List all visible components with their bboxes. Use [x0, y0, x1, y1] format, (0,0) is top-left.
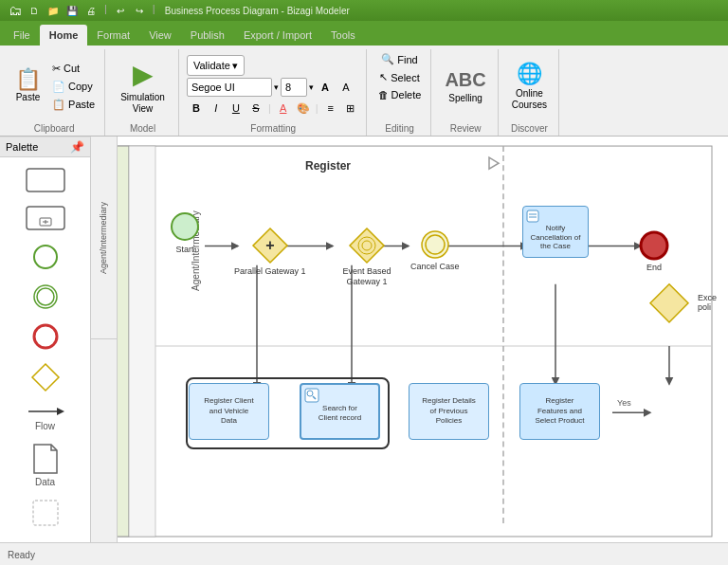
clipboard-group: 📋 Paste ✂ Cut 📄 Copy 📋 Paste Clipboard — [4, 49, 105, 136]
font-shrink-button[interactable]: A — [337, 78, 355, 97]
undo-icon[interactable]: ↩ — [113, 3, 128, 18]
parallel-gateway-label: Parallel Gateway 1 — [234, 266, 306, 277]
font-color-button[interactable]: A — [274, 99, 293, 118]
tab-format[interactable]: Format — [87, 25, 139, 46]
size-dropdown-icon[interactable]: ▾ — [309, 82, 314, 92]
main-area: Palette 📌 — [0, 137, 728, 542]
register-features-node[interactable]: RegisterFeatures andSelect Product — [519, 383, 600, 440]
simulation-label: SimulationView — [120, 92, 165, 115]
paste-special-button[interactable]: 📋 Paste — [48, 97, 99, 113]
palette-panel: Palette 📌 — [0, 137, 91, 542]
tab-tools[interactable]: Tools — [321, 25, 365, 46]
event-based-gateway-node[interactable]: Event Based Gateway 1 — [329, 227, 405, 287]
start-event-node[interactable]: Start — [169, 210, 201, 255]
data-shape — [32, 443, 59, 475]
search-client-node[interactable]: Search forClient record — [300, 383, 380, 440]
cancel-case-label: Cancel Case — [410, 262, 460, 272]
end-event-shape — [31, 322, 60, 351]
notify-cancel-text: NotifyCancellation ofthe Case — [527, 224, 584, 251]
bold-button[interactable]: B — [187, 99, 206, 118]
svg-text:Exce: Exce — [698, 293, 717, 302]
underline-button[interactable]: U — [227, 99, 246, 118]
review-label: Review — [439, 121, 491, 136]
copy-button[interactable]: 📄 Copy — [48, 79, 99, 95]
font-dropdown-icon[interactable]: ▾ — [274, 82, 279, 92]
spelling-button[interactable]: ABC Spelling — [439, 66, 491, 107]
palette-item-intermediate[interactable] — [8, 279, 83, 315]
validate-dropdown-icon[interactable]: ▾ — [232, 60, 238, 72]
save-icon[interactable]: 💾 — [64, 3, 80, 18]
validate-button[interactable]: Validate ▾ — [187, 55, 245, 76]
find-button[interactable]: 🔍 Find — [377, 51, 421, 67]
ribbon-tabs: File Home Format View Publish Export / I… — [0, 21, 728, 46]
title-bar-icons: 🗂 🗋 📁 💾 🖨 | ↩ ↪ | — [8, 3, 157, 18]
palette-item-end-event[interactable] — [8, 319, 83, 355]
palette-item-gateway[interactable] — [8, 358, 83, 396]
print-icon[interactable]: 🖨 — [83, 3, 99, 18]
font-size-input[interactable] — [281, 78, 307, 97]
register-details-node[interactable]: Register Detailsof PreviousPolicies — [409, 383, 489, 440]
tab-file[interactable]: File — [4, 25, 40, 46]
svg-marker-9 — [32, 364, 59, 391]
model-label: Model — [113, 121, 173, 136]
paste-button[interactable]: 📋 Paste — [9, 66, 46, 106]
palette-item-flow[interactable]: Flow — [8, 400, 83, 435]
clipboard-label: Clipboard — [9, 121, 99, 136]
palette-item-task[interactable] — [8, 163, 83, 197]
tab-view[interactable]: View — [139, 25, 181, 46]
more-format-button[interactable]: ⊞ — [341, 99, 360, 118]
svg-point-40 — [172, 213, 198, 240]
register-client-text: Register Clientand VehicleData — [204, 396, 253, 426]
palette-title: Palette — [6, 141, 38, 153]
open-icon[interactable]: 📁 — [46, 3, 61, 18]
delete-button[interactable]: 🗑 Delete — [374, 87, 426, 102]
formatting-label: Formatting — [187, 121, 360, 136]
online-courses-button[interactable]: 🌐 OnlineCourses — [506, 59, 553, 114]
cancel-case-node[interactable]: Cancel Case — [410, 229, 460, 272]
palette-header: Palette 📌 — [0, 137, 90, 157]
end-event-node[interactable]: End — [639, 230, 669, 273]
data-label: Data — [35, 477, 55, 487]
fill-color-button[interactable]: 🎨 — [294, 99, 313, 118]
online-courses-icon: 🌐 — [517, 62, 542, 86]
palette-item-subprocess[interactable] — [8, 201, 83, 235]
svg-point-51 — [641, 232, 667, 259]
tab-home[interactable]: Home — [40, 25, 88, 46]
italic-button[interactable]: I — [207, 99, 226, 118]
parallel-gateway-node[interactable]: + Parallel Gateway 1 — [234, 227, 306, 277]
strikethrough-button[interactable]: S — [246, 99, 265, 118]
paste-icon: 📋 — [15, 69, 41, 90]
event-shape-svg — [31, 243, 60, 271]
select-button[interactable]: ↖ Select — [375, 69, 424, 85]
validate-label: Validate — [193, 60, 230, 71]
new-icon[interactable]: 🗋 — [27, 3, 42, 18]
canvas-area[interactable]: Insurance Policy Underwriting Agent/Inte… — [91, 137, 728, 542]
redo-icon[interactable]: ↪ — [132, 3, 147, 18]
search-client-text: Search forClient record — [305, 404, 374, 424]
notify-cancel-node[interactable]: NotifyCancellation ofthe Case — [522, 206, 589, 258]
editing-label: Editing — [374, 121, 426, 136]
palette-pin-icon[interactable]: 📌 — [70, 140, 84, 154]
svg-marker-12 — [34, 445, 57, 473]
paste-label: Paste — [16, 92, 41, 103]
register-features-shape: RegisterFeatures andSelect Product — [519, 383, 600, 440]
intermediate-shape-svg — [31, 282, 60, 311]
search-client-shape: Search forClient record — [300, 383, 380, 440]
service-icon — [526, 210, 539, 223]
simulation-view-button[interactable]: ▶ SimulationView — [113, 55, 173, 118]
palette-item-event[interactable] — [8, 239, 83, 275]
font-family-input[interactable] — [187, 78, 272, 97]
align-button[interactable]: ≡ — [321, 99, 340, 118]
palette-item-data[interactable]: Data — [8, 439, 83, 491]
event-gateway-shape — [348, 227, 386, 264]
online-courses-label: OnlineCourses — [512, 88, 547, 111]
palette-item-annotation[interactable] — [8, 495, 83, 531]
font-grow-button[interactable]: A — [316, 78, 335, 97]
cut-button[interactable]: ✂ Cut — [48, 61, 99, 77]
tab-publish[interactable]: Publish — [181, 25, 234, 46]
intermediate-shape — [31, 282, 60, 311]
tab-export[interactable]: Export / Import — [234, 25, 321, 46]
register-client-node[interactable]: Register Clientand VehicleData — [189, 383, 269, 440]
gateway-shape-svg — [30, 362, 61, 392]
register-features-text: RegisterFeatures andSelect Product — [535, 396, 584, 426]
